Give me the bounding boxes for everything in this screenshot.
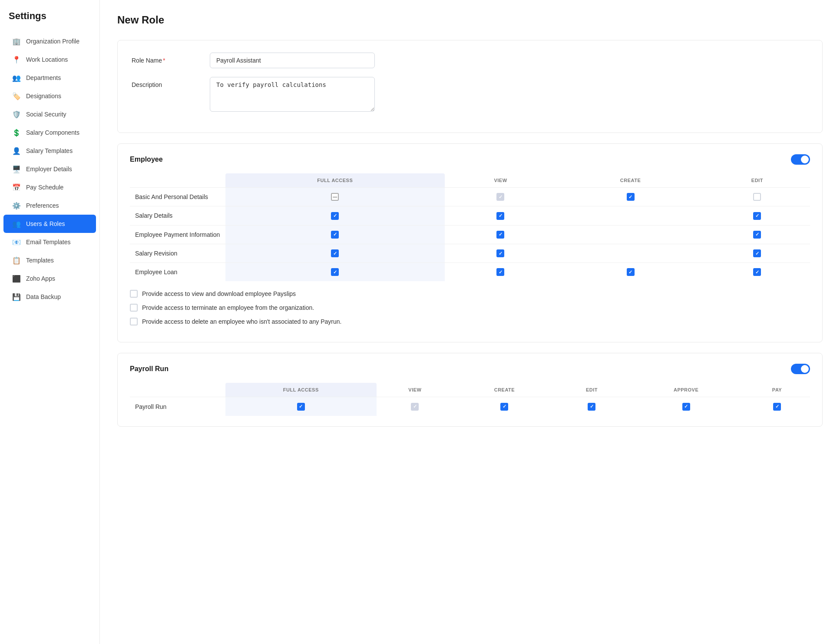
- checkbox[interactable]: [682, 403, 690, 411]
- checkbox[interactable]: [297, 403, 305, 411]
- checkbox[interactable]: [773, 403, 781, 411]
- payroll-run-permission-table: FULL ACCESS VIEW CREATE EDIT APPROVE PAY…: [130, 383, 810, 415]
- pr-col-view-header: VIEW: [377, 383, 454, 397]
- checkbox[interactable]: [627, 268, 635, 276]
- sidebar-item-salary-templates[interactable]: 👤 Salary Templates: [3, 142, 96, 160]
- checkbox[interactable]: [331, 212, 339, 220]
- description-input[interactable]: To verify payroll calculations: [210, 77, 375, 112]
- table-row: Salary Details: [130, 206, 810, 225]
- checkbox[interactable]: [331, 249, 339, 257]
- table-row: Salary Revision: [130, 244, 810, 262]
- row-label: Salary Details: [130, 206, 225, 225]
- row-label: Employee Loan: [130, 263, 225, 282]
- sidebar-icon-salary-components: 💲: [12, 128, 21, 137]
- extra-permission-row: Provide access to delete an employee who…: [130, 318, 810, 325]
- sidebar-item-org-profile[interactable]: 🏢 Organization Profile: [3, 32, 96, 50]
- row-label: Salary Revision: [130, 244, 225, 262]
- checkbox[interactable]: [331, 231, 339, 239]
- permission-cell: [556, 206, 704, 225]
- sidebar-label-templates: Templates: [26, 257, 54, 264]
- checkbox[interactable]: [496, 212, 504, 220]
- extra-permission-row: Provide access to view and download empl…: [130, 290, 810, 298]
- sidebar-label-pay-schedule: Pay Schedule: [26, 184, 63, 191]
- permission-cell: [556, 397, 628, 416]
- checkbox[interactable]: [496, 231, 504, 239]
- extra-permission-label: Provide access to view and download empl…: [142, 290, 296, 297]
- checkbox[interactable]: [331, 193, 339, 201]
- role-name-input[interactable]: [210, 53, 375, 68]
- sidebar-item-templates[interactable]: 📋 Templates: [3, 251, 96, 269]
- sidebar-label-work-locations: Work Locations: [26, 56, 68, 63]
- sidebar-item-users-roles[interactable]: 👥 Users & Roles: [3, 215, 96, 233]
- row-label: Payroll Run: [130, 397, 225, 416]
- permission-cell: [445, 225, 557, 244]
- checkbox[interactable]: [753, 212, 761, 220]
- sidebar-icon-preferences: ⚙️: [12, 201, 21, 210]
- sidebar-label-data-backup: Data Backup: [26, 293, 61, 300]
- sidebar-item-work-locations[interactable]: 📍 Work Locations: [3, 50, 96, 69]
- col-edit-header: EDIT: [704, 173, 810, 188]
- sidebar-label-social-security: Social Security: [26, 111, 66, 118]
- permission-cell: [704, 206, 810, 225]
- extra-permission-checkbox[interactable]: [130, 290, 138, 298]
- sidebar-item-salary-components[interactable]: 💲 Salary Components: [3, 123, 96, 142]
- sidebar-item-preferences[interactable]: ⚙️ Preferences: [3, 196, 96, 215]
- employee-toggle[interactable]: [791, 154, 810, 165]
- permission-cell: [445, 188, 557, 206]
- permission-cell: [556, 225, 704, 244]
- checkbox[interactable]: [331, 268, 339, 276]
- sidebar-icon-zoho-apps: ⬛: [12, 274, 21, 283]
- role-name-row: Role Name*: [132, 53, 808, 68]
- sidebar-item-social-security[interactable]: 🛡️ Social Security: [3, 105, 96, 123]
- sidebar-item-employer-details[interactable]: 🖥️ Employer Details: [3, 160, 96, 178]
- sidebar-label-salary-templates: Salary Templates: [26, 147, 73, 154]
- permission-cell: [628, 397, 744, 416]
- checkbox[interactable]: [627, 193, 635, 201]
- checkbox[interactable]: [496, 193, 504, 201]
- sidebar-icon-pay-schedule: 📅: [12, 183, 21, 192]
- checkbox[interactable]: [411, 403, 419, 411]
- permission-cell: [225, 244, 445, 262]
- sidebar-label-departments: Departments: [26, 74, 61, 81]
- extra-permission-label: Provide access to delete an employee who…: [142, 318, 342, 325]
- checkbox[interactable]: [753, 249, 761, 257]
- checkbox[interactable]: [753, 268, 761, 276]
- sidebar-item-designations[interactable]: 🏷️ Designations: [3, 87, 96, 105]
- sidebar-icon-email-templates: 📧: [12, 238, 21, 246]
- employee-permission-section: Employee FULL ACCESS VIEW CREATE EDIT Ba…: [117, 143, 823, 342]
- employee-extra-permissions: Provide access to view and download empl…: [130, 290, 810, 325]
- checkbox[interactable]: [588, 403, 595, 411]
- permission-cell: [445, 263, 557, 282]
- required-indicator: *: [163, 57, 165, 64]
- sidebar-item-email-templates[interactable]: 📧 Email Templates: [3, 233, 96, 251]
- sidebar-label-designations: Designations: [26, 93, 61, 100]
- extra-permission-checkbox[interactable]: [130, 318, 138, 325]
- sidebar-icon-departments: 👥: [12, 73, 21, 82]
- checkbox[interactable]: [753, 193, 761, 201]
- table-row: Employee Payment Information: [130, 225, 810, 244]
- sidebar-item-zoho-apps[interactable]: ⬛ Zoho Apps: [3, 269, 96, 288]
- sidebar-icon-templates: 📋: [12, 256, 21, 265]
- sidebar-icon-users-roles: 👥: [12, 219, 21, 228]
- payroll-run-toggle[interactable]: [791, 364, 810, 374]
- permission-cell: [704, 263, 810, 282]
- sidebar-item-departments[interactable]: 👥 Departments: [3, 69, 96, 87]
- checkbox[interactable]: [496, 268, 504, 276]
- checkbox[interactable]: [500, 403, 508, 411]
- extra-permission-checkbox[interactable]: [130, 304, 138, 312]
- permission-cell: [704, 225, 810, 244]
- col-create-header: CREATE: [556, 173, 704, 188]
- sidebar-item-data-backup[interactable]: 💾 Data Backup: [3, 288, 96, 306]
- page-title: New Role: [117, 14, 823, 26]
- pr-col-approve-header: APPROVE: [628, 383, 744, 397]
- checkbox[interactable]: [496, 249, 504, 257]
- sidebar: Settings 🏢 Organization Profile 📍 Work L…: [0, 0, 100, 644]
- sidebar-item-pay-schedule[interactable]: 📅 Pay Schedule: [3, 178, 96, 196]
- sidebar-label-employer-details: Employer Details: [26, 166, 72, 173]
- pr-col-edit-header: EDIT: [556, 383, 628, 397]
- checkbox[interactable]: [753, 231, 761, 239]
- extra-permission-row: Provide access to terminate an employee …: [130, 304, 810, 312]
- sidebar-label-salary-components: Salary Components: [26, 129, 79, 136]
- permission-cell: [377, 397, 454, 416]
- permission-cell: [225, 263, 445, 282]
